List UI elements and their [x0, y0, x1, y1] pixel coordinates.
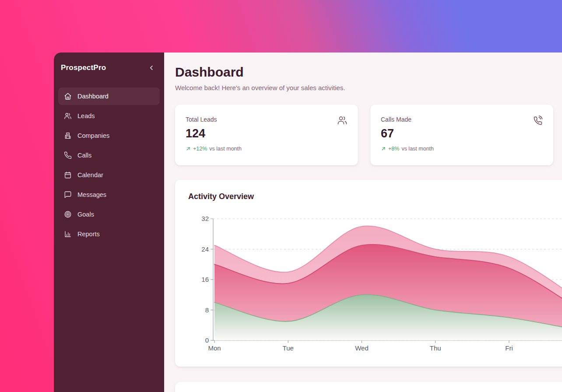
svg-text:Thu: Thu: [430, 344, 441, 352]
users-icon: [337, 115, 348, 126]
activity-area-chart: 08162432MonTueWedThuFri: [197, 214, 562, 354]
phone-icon: [64, 151, 72, 159]
chart-title: Activity Overview: [188, 192, 562, 201]
building-icon: [64, 132, 72, 140]
page-title: Dashboard: [175, 65, 562, 80]
activity-overview-card: Activity Overview 08162432MonTueWedThuFr…: [175, 180, 562, 367]
sidebar-item-label: Leads: [77, 112, 95, 119]
sidebar-item-leads[interactable]: Leads: [58, 107, 160, 125]
brand-logo: ProspectPro: [61, 63, 106, 72]
sidebar-item-messages[interactable]: Messages: [58, 186, 160, 203]
sidebar-item-label: Reports: [77, 231, 100, 238]
stat-change-percent: +8%: [388, 146, 399, 152]
svg-text:24: 24: [201, 245, 209, 253]
sidebar-item-goals[interactable]: Goals: [58, 206, 160, 223]
target-icon: [64, 210, 72, 218]
message-icon: [64, 191, 72, 199]
sidebar-item-label: Messages: [77, 191, 106, 198]
stat-change-percent: +12%: [193, 146, 207, 152]
home-icon: [64, 92, 72, 100]
sidebar-item-label: Calls: [77, 152, 91, 159]
next-section-card: [175, 382, 562, 392]
screen: ProspectPro Dashboard Leads Companies Ca…: [0, 0, 562, 392]
stat-change-suffix: vs last month: [209, 146, 242, 152]
stat-value: 67: [381, 127, 543, 140]
sidebar: ProspectPro Dashboard Leads Companies Ca…: [54, 52, 164, 392]
stat-value: 124: [186, 127, 348, 140]
bar-chart-icon: [64, 230, 72, 238]
sidebar-item-reports[interactable]: Reports: [58, 225, 160, 243]
chevron-left-icon: [148, 64, 155, 72]
sidebar-item-label: Calendar: [77, 172, 103, 178]
sidebar-item-calendar[interactable]: Calendar: [58, 166, 160, 184]
app-window: ProspectPro Dashboard Leads Companies Ca…: [54, 52, 562, 392]
svg-text:Tue: Tue: [283, 344, 294, 352]
sidebar-item-calls[interactable]: Calls: [58, 147, 160, 164]
trend-up-icon: [381, 146, 386, 151]
svg-text:Mon: Mon: [208, 344, 221, 352]
sidebar-header: ProspectPro: [58, 63, 160, 73]
trend-up-icon: [186, 146, 191, 151]
main-content: Dashboard Welcome back! Here's an overvi…: [164, 52, 562, 392]
stat-change-suffix: vs last month: [401, 146, 434, 152]
svg-text:32: 32: [201, 215, 209, 222]
calendar-icon: [64, 171, 72, 179]
page-subtitle: Welcome back! Here's an overview of your…: [175, 84, 562, 91]
stat-label: Total Leads: [186, 116, 348, 123]
svg-text:16: 16: [201, 276, 209, 283]
svg-text:0: 0: [205, 336, 209, 344]
svg-text:Fri: Fri: [505, 344, 513, 352]
sidebar-collapse-button[interactable]: [147, 63, 156, 73]
stats-row: Total Leads 124 +12% vs last month Calls…: [175, 105, 562, 165]
svg-text:8: 8: [205, 306, 209, 314]
sidebar-item-dashboard[interactable]: Dashboard: [58, 88, 160, 105]
stat-card-total-leads: Total Leads 124 +12% vs last month: [175, 105, 358, 165]
sidebar-item-label: Goals: [77, 211, 94, 218]
svg-text:Wed: Wed: [355, 344, 369, 352]
sidebar-item-label: Dashboard: [77, 93, 109, 100]
sidebar-item-label: Companies: [77, 132, 109, 139]
users-icon: [64, 112, 72, 120]
sidebar-item-companies[interactable]: Companies: [58, 127, 160, 144]
stat-label: Calls Made: [381, 116, 543, 123]
stat-card-calls-made: Calls Made 67 +8% vs last month: [370, 105, 553, 165]
phone-call-icon: [532, 115, 543, 126]
sidebar-nav: Dashboard Leads Companies Calls Calendar…: [58, 88, 160, 243]
